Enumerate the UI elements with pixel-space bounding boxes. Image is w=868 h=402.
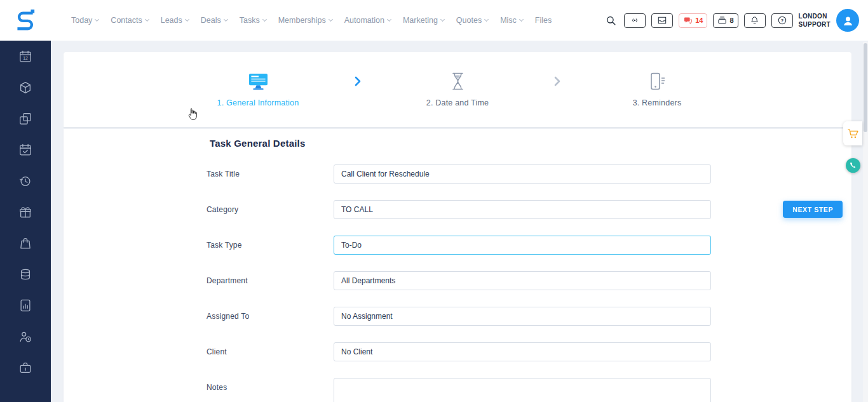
inbox-button[interactable]: [651, 13, 673, 28]
chat-notifications-button[interactable]: 14: [679, 13, 707, 28]
chevron-down-icon: [145, 17, 149, 22]
nav-item-leads[interactable]: Leads: [161, 16, 189, 25]
header-actions: 14 8 ? LONDON SUPPORT: [605, 9, 868, 32]
department-input[interactable]: [334, 271, 711, 290]
step-general-information[interactable]: 1. General Information: [166, 72, 350, 107]
nav-label: Contacts: [111, 16, 142, 25]
chevron-down-icon: [387, 17, 391, 22]
nav-label: Memberships: [278, 16, 326, 25]
task-type-input[interactable]: [334, 236, 711, 255]
briefcase-icon[interactable]: [18, 361, 32, 375]
nav-label: Deals: [201, 16, 221, 25]
shopping-bag-icon[interactable]: [18, 236, 32, 250]
task-form-card: Task General Details Task Title Category…: [64, 129, 851, 402]
assigned-to-input[interactable]: [334, 307, 711, 326]
form-title: Task General Details: [210, 138, 851, 152]
coins-icon[interactable]: [18, 267, 32, 281]
form-row-task-type: Task Type: [207, 236, 851, 255]
task-type-label: Task Type: [207, 241, 334, 250]
notes-textarea[interactable]: [334, 378, 711, 402]
history-icon[interactable]: [18, 174, 32, 188]
inbox-icon: [657, 15, 667, 25]
notes-label: Notes: [207, 378, 334, 392]
nav-label: Leads: [161, 16, 182, 25]
shopping-cart-icon: [847, 128, 859, 140]
chevron-down-icon: [519, 17, 524, 22]
top-header: Today Contacts Leads Deals Tasks Members…: [0, 0, 868, 41]
nav-label: Marketing: [403, 16, 438, 25]
person-icon: [841, 14, 855, 27]
step-date-and-time[interactable]: 2. Date and Time: [365, 72, 550, 107]
phone-reminder-icon: [649, 72, 665, 91]
step-arrow-icon: [550, 76, 565, 86]
logo-icon: [15, 8, 36, 32]
voice-broadcast-button[interactable]: [624, 13, 646, 28]
nav-item-contacts[interactable]: Contacts: [111, 16, 148, 25]
nav-label: Files: [535, 16, 552, 25]
chevron-down-icon: [329, 17, 333, 22]
nav-item-automation[interactable]: Automation: [344, 16, 391, 25]
nav-item-deals[interactable]: Deals: [201, 16, 227, 25]
nav-label: Misc: [500, 16, 517, 25]
wizard-stepper: 1. General Information 2. Date and Time: [166, 72, 749, 107]
chevron-down-icon: [224, 17, 228, 22]
calendar-icon[interactable]: 12: [18, 50, 32, 64]
scrollbar-thumb[interactable]: [864, 43, 867, 132]
step-arrow-icon: [350, 76, 365, 86]
nav-item-files[interactable]: Files: [535, 16, 552, 25]
nav-label: Automation: [344, 16, 384, 25]
package-icon[interactable]: [18, 81, 32, 95]
nav-label: Tasks: [240, 16, 260, 25]
nav-item-marketing[interactable]: Marketing: [403, 16, 444, 25]
report-chart-icon[interactable]: [18, 298, 32, 312]
notifications-button[interactable]: [744, 13, 766, 28]
nav-item-misc[interactable]: Misc: [500, 16, 523, 25]
stacked-cards-icon: [717, 16, 727, 25]
assigned-to-label: Assigned To: [207, 312, 334, 321]
calendar-check-icon[interactable]: [18, 143, 32, 157]
step-reminders[interactable]: 3. Reminders: [565, 72, 749, 107]
cart-widget-button[interactable]: [843, 121, 862, 145]
bell-icon: [750, 16, 759, 25]
category-input[interactable]: [334, 200, 711, 219]
app-logo[interactable]: [0, 8, 51, 32]
phone-icon: [849, 161, 857, 170]
hourglass-icon: [450, 72, 466, 91]
user-clock-icon[interactable]: [18, 330, 32, 344]
form-row-assigned-to: Assigned To: [207, 307, 851, 326]
memberships-button[interactable]: 8: [713, 13, 738, 28]
chat-badge-count: 14: [695, 17, 703, 24]
gift-icon[interactable]: [18, 205, 32, 219]
client-label: Client: [207, 347, 334, 356]
copy-pages-icon[interactable]: [18, 112, 32, 126]
next-step-button[interactable]: NEXT STEP: [783, 201, 843, 218]
form-row-task-title: Task Title: [207, 164, 851, 184]
department-label: Department: [207, 276, 334, 285]
user-avatar[interactable]: [836, 9, 859, 32]
step-label: 2. Date and Time: [426, 98, 489, 107]
nav-label: Quotes: [456, 16, 482, 25]
main-content: 1. General Information 2. Date and Time: [51, 41, 868, 402]
step-label: 3. Reminders: [633, 98, 682, 107]
nav-label: Today: [71, 16, 92, 25]
account-name: LONDON SUPPORT: [799, 12, 831, 29]
task-title-input[interactable]: [334, 164, 711, 184]
nav-item-tasks[interactable]: Tasks: [240, 16, 266, 25]
category-label: Category: [207, 205, 334, 214]
wizard-stepper-card: 1. General Information 2. Date and Time: [64, 52, 851, 127]
membership-badge-count: 8: [729, 17, 733, 24]
nav-item-today[interactable]: Today: [71, 16, 98, 25]
phone-widget-button[interactable]: [846, 158, 860, 173]
form-row-notes: Notes: [207, 378, 851, 402]
form-row-category: Category: [207, 200, 851, 219]
search-icon[interactable]: [605, 15, 617, 27]
nav-item-memberships[interactable]: Memberships: [278, 16, 332, 25]
nav-item-quotes[interactable]: Quotes: [456, 16, 488, 25]
form-row-client: Client: [207, 342, 851, 361]
svg-text:12: 12: [23, 56, 28, 60]
chevron-down-icon: [484, 17, 489, 22]
task-title-label: Task Title: [207, 170, 334, 178]
client-input[interactable]: [334, 342, 711, 361]
help-button[interactable]: ?: [771, 13, 793, 28]
chevron-down-icon: [95, 17, 99, 22]
